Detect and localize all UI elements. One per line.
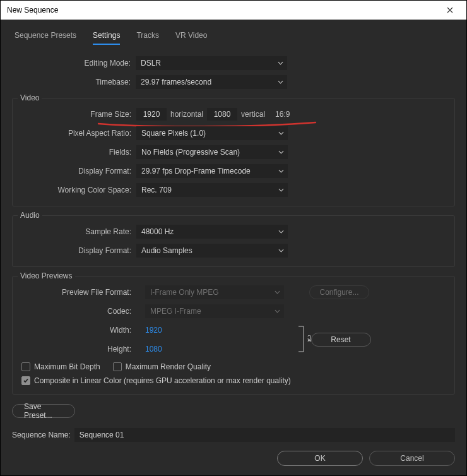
preview-file-format-label: Preview File Format: [21, 288, 136, 297]
checkbox-checked-icon [21, 376, 30, 385]
sequence-name-label: Sequence Name: [12, 431, 71, 439]
close-button[interactable] [435, 1, 464, 20]
new-sequence-dialog: New Sequence Sequence Presets Settings T… [0, 0, 467, 476]
chevron-down-icon [275, 309, 280, 314]
fields-value: No Fields (Progressive Scan) [141, 148, 240, 157]
preview-file-format-value: I-Frame Only MPEG [150, 288, 219, 297]
codec-value: MPEG I-Frame [150, 307, 201, 316]
titlebar: New Sequence [1, 1, 466, 20]
sample-rate-dropdown[interactable]: 48000 Hz [136, 225, 288, 239]
reset-button[interactable]: Reset [311, 333, 371, 347]
chevron-down-icon [275, 290, 280, 295]
editing-mode-value: DSLR [141, 59, 161, 68]
frame-size-h-unit: horizontal [167, 110, 207, 119]
chevron-down-icon [278, 187, 284, 193]
fields-dropdown[interactable]: No Fields (Progressive Scan) [136, 145, 288, 159]
pixel-aspect-label: Pixel Aspect Ratio: [21, 129, 136, 138]
audio-group: Audio Sample Rate: 48000 Hz Display Form… [12, 215, 455, 267]
sample-rate-label: Sample Rate: [21, 227, 136, 236]
link-icon [305, 335, 313, 345]
link-dimensions[interactable] [297, 323, 309, 356]
tab-tracks[interactable]: Tracks [136, 31, 159, 45]
sample-rate-value: 48000 Hz [141, 227, 174, 236]
display-format-label: Display Format: [21, 167, 136, 176]
timebase-value: 29.97 frames/second [141, 78, 211, 86]
preview-width-input[interactable]: 1920 [145, 326, 162, 335]
editing-mode-dropdown[interactable]: DSLR [136, 56, 287, 70]
checkbox-icon [21, 362, 30, 371]
timebase-label: Timebase: [12, 78, 136, 86]
video-display-format-dropdown[interactable]: 29.97 fps Drop-Frame Timecode [136, 164, 288, 178]
chevron-down-icon [278, 229, 284, 235]
audio-display-format-label: Display Format: [21, 246, 136, 255]
top-settings: Editing Mode: DSLR Timebase: 29.97 frame… [12, 56, 455, 89]
video-group: Video Frame Size: 1920 horizontal 1080 v… [12, 98, 455, 206]
preview-file-format-dropdown: I-Frame Only MPEG [145, 285, 284, 299]
editing-mode-label: Editing Mode: [12, 59, 136, 68]
sequence-name-input[interactable]: Sequence 01 [74, 428, 455, 442]
max-bit-depth-checkbox[interactable]: Maximum Bit Depth [21, 362, 100, 371]
max-render-quality-checkbox[interactable]: Maximum Render Quality [113, 362, 211, 371]
codec-label: Codec: [21, 307, 136, 316]
tab-bar: Sequence Presets Settings Tracks VR Vide… [12, 30, 455, 45]
preview-height-label: Height: [21, 345, 136, 354]
fields-label: Fields: [21, 148, 136, 157]
chevron-down-icon [278, 80, 283, 85]
audio-legend: Audio [18, 211, 42, 220]
tab-sequence-presets[interactable]: Sequence Presets [15, 31, 76, 45]
chevron-down-icon [278, 248, 284, 254]
chevron-down-icon [278, 131, 284, 136]
chevron-down-icon [278, 61, 283, 66]
ok-button[interactable]: OK [277, 451, 363, 466]
audio-display-format-dropdown[interactable]: Audio Samples [136, 244, 288, 258]
frame-size-label: Frame Size: [21, 110, 136, 119]
tab-vr-video[interactable]: VR Video [175, 31, 207, 45]
composite-linear-checkbox[interactable]: Composite in Linear Color (requires GPU … [21, 376, 446, 385]
frame-size-h-input[interactable]: 1920 [136, 108, 167, 121]
pixel-aspect-dropdown[interactable]: Square Pixels (1.0) [136, 126, 288, 140]
codec-dropdown: MPEG I-Frame [145, 304, 284, 318]
chevron-down-icon [278, 169, 284, 174]
chevron-down-icon [278, 150, 284, 155]
tab-settings[interactable]: Settings [93, 31, 120, 45]
checkbox-icon [113, 362, 122, 371]
working-color-space-label: Working Color Space: [21, 186, 136, 194]
pixel-aspect-value: Square Pixels (1.0) [141, 129, 206, 138]
working-color-space-value: Rec. 709 [141, 186, 172, 194]
preview-width-label: Width: [21, 326, 136, 335]
frame-size-ratio: 16:9 [269, 110, 290, 119]
configure-button: Configure... [309, 285, 369, 299]
audio-display-format-value: Audio Samples [141, 246, 192, 255]
save-preset-button[interactable]: Save Preset... [12, 404, 75, 418]
frame-size-v-unit: vertical [237, 110, 269, 119]
window-title: New Sequence [7, 6, 58, 15]
working-color-space-dropdown[interactable]: Rec. 709 [136, 183, 288, 197]
video-display-format-value: 29.97 fps Drop-Frame Timecode [141, 167, 251, 176]
video-previews-legend: Video Previews [18, 271, 75, 280]
cancel-button[interactable]: Cancel [369, 451, 455, 466]
video-previews-group: Video Previews Preview File Format: I-Fr… [12, 276, 455, 395]
dialog-body: Sequence Presets Settings Tracks VR Vide… [1, 20, 466, 475]
preview-height-input[interactable]: 1080 [145, 345, 162, 354]
timebase-dropdown[interactable]: 29.97 frames/second [136, 75, 287, 89]
video-legend: Video [18, 93, 42, 102]
frame-size-v-input[interactable]: 1080 [207, 108, 237, 121]
